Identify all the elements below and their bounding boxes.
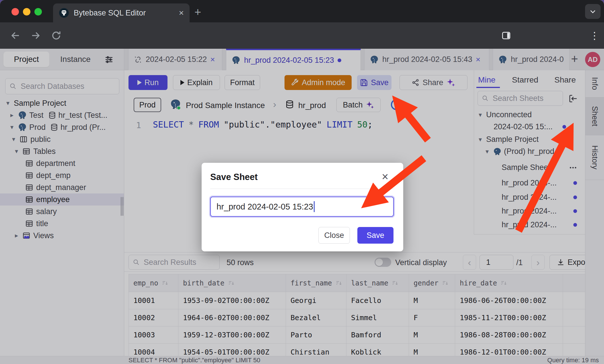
browser-toolbar: localhost:8080/sql-editor/prod-sample-in… [0,22,604,49]
chevron-down-icon [589,8,597,15]
browser-tab[interactable]: Bytebase SQL Editor × [53,3,190,22]
back-icon[interactable] [10,30,21,41]
tab-search-button[interactable] [585,4,601,19]
side-panel-icon[interactable] [501,31,511,40]
save-sheet-modal: Save Sheet × hr_prod 2024-02-05 15:23 Cl… [202,163,403,251]
window-zoom-button[interactable] [34,8,42,15]
tab-close-icon[interactable]: × [179,8,184,18]
forward-icon[interactable] [30,30,41,41]
new-tab-button[interactable]: + [194,6,201,19]
browser-titlebar: Bytebase SQL Editor × + [0,0,604,22]
modal-title: Save Sheet [210,172,258,182]
text-cursor [314,201,315,212]
window-close-button[interactable] [11,8,19,15]
modal-save-button[interactable]: Save [357,227,393,244]
window-minimize-button[interactable] [23,8,30,15]
browser-window: Bytebase SQL Editor × + localhost:8080/s… [0,0,604,364]
sheet-name-input[interactable]: hr_prod 2024-02-05 15:23 [210,197,394,217]
modal-close-icon[interactable]: × [382,170,388,183]
bytebase-favicon [59,8,69,18]
divider [210,189,394,189]
browser-tab-title: Bytebase SQL Editor [74,9,179,17]
browser-menu-icon[interactable]: ⋮ [590,30,600,41]
reload-icon[interactable] [51,30,61,41]
modal-close-button[interactable]: Close [318,227,350,244]
